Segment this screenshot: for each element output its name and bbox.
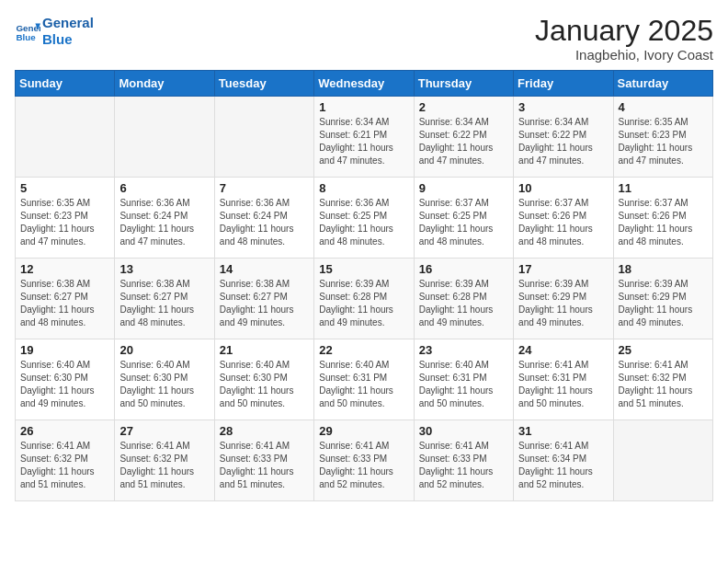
month-title: January 2025	[535, 15, 713, 47]
day-number: 25	[619, 343, 708, 357]
day-info: Sunrise: 6:36 AM Sunset: 6:24 PM Dayligh…	[119, 197, 209, 248]
day-number: 8	[319, 181, 408, 195]
day-number: 16	[419, 262, 508, 276]
day-number: 3	[518, 100, 608, 114]
day-info: Sunrise: 6:34 AM Sunset: 6:21 PM Dayligh…	[319, 116, 408, 167]
calendar-cell: 16Sunrise: 6:39 AM Sunset: 6:28 PM Dayli…	[414, 259, 513, 339]
day-number: 9	[419, 181, 508, 195]
calendar-cell: 25Sunrise: 6:41 AM Sunset: 6:32 PM Dayli…	[613, 339, 712, 420]
calendar-cell: 10Sunrise: 6:37 AM Sunset: 6:26 PM Dayli…	[514, 178, 613, 259]
calendar-cell: 23Sunrise: 6:40 AM Sunset: 6:31 PM Dayli…	[414, 339, 513, 420]
day-number: 14	[220, 262, 309, 276]
calendar-cell: 31Sunrise: 6:41 AM Sunset: 6:34 PM Dayli…	[514, 420, 613, 501]
calendar-cell: 1Sunrise: 6:34 AM Sunset: 6:21 PM Daylig…	[314, 97, 414, 178]
day-number: 18	[619, 262, 708, 276]
day-number: 2	[419, 100, 508, 114]
calendar-cell: 21Sunrise: 6:40 AM Sunset: 6:30 PM Dayli…	[214, 339, 313, 420]
weekday-header-sunday: Sunday	[16, 71, 115, 97]
day-info: Sunrise: 6:40 AM Sunset: 6:31 PM Dayligh…	[419, 359, 508, 410]
day-number: 11	[619, 181, 708, 195]
weekday-header-wednesday: Wednesday	[314, 71, 414, 97]
day-info: Sunrise: 6:34 AM Sunset: 6:22 PM Dayligh…	[518, 116, 608, 167]
calendar-cell	[214, 97, 313, 178]
calendar-cell: 22Sunrise: 6:40 AM Sunset: 6:31 PM Dayli…	[314, 339, 414, 420]
location-subtitle: Inagbehio, Ivory Coast	[535, 47, 713, 63]
weekday-header-monday: Monday	[115, 71, 214, 97]
title-block: January 2025 Inagbehio, Ivory Coast	[535, 15, 713, 63]
day-info: Sunrise: 6:41 AM Sunset: 6:33 PM Dayligh…	[319, 440, 408, 491]
day-number: 28	[220, 424, 309, 438]
day-number: 26	[20, 424, 109, 438]
day-number: 29	[319, 424, 408, 438]
weekday-header-row: SundayMondayTuesdayWednesdayThursdayFrid…	[16, 71, 713, 97]
calendar-table: SundayMondayTuesdayWednesdayThursdayFrid…	[15, 70, 713, 501]
calendar-cell: 27Sunrise: 6:41 AM Sunset: 6:32 PM Dayli…	[115, 420, 214, 501]
calendar-cell: 3Sunrise: 6:34 AM Sunset: 6:22 PM Daylig…	[514, 97, 613, 178]
calendar-cell: 13Sunrise: 6:38 AM Sunset: 6:27 PM Dayli…	[115, 259, 214, 339]
logo-line2: Blue	[42, 31, 94, 48]
calendar-cell: 29Sunrise: 6:41 AM Sunset: 6:33 PM Dayli…	[314, 420, 414, 501]
day-number: 17	[518, 262, 608, 276]
day-number: 15	[319, 262, 408, 276]
day-info: Sunrise: 6:34 AM Sunset: 6:22 PM Dayligh…	[419, 116, 508, 167]
calendar-cell: 8Sunrise: 6:36 AM Sunset: 6:25 PM Daylig…	[314, 178, 414, 259]
day-number: 23	[419, 343, 508, 357]
calendar-cell: 28Sunrise: 6:41 AM Sunset: 6:33 PM Dayli…	[214, 420, 313, 501]
weekday-header-saturday: Saturday	[613, 71, 712, 97]
calendar-cell: 19Sunrise: 6:40 AM Sunset: 6:30 PM Dayli…	[16, 339, 115, 420]
calendar-cell: 7Sunrise: 6:36 AM Sunset: 6:24 PM Daylig…	[214, 178, 313, 259]
day-number: 24	[518, 343, 608, 357]
day-info: Sunrise: 6:39 AM Sunset: 6:29 PM Dayligh…	[518, 278, 608, 329]
weekday-header-tuesday: Tuesday	[214, 71, 313, 97]
calendar-cell: 2Sunrise: 6:34 AM Sunset: 6:22 PM Daylig…	[414, 97, 513, 178]
weekday-header-thursday: Thursday	[414, 71, 513, 97]
day-number: 4	[619, 100, 708, 114]
calendar-week-row: 19Sunrise: 6:40 AM Sunset: 6:30 PM Dayli…	[16, 339, 713, 420]
logo-line1: General	[42, 15, 94, 31]
day-info: Sunrise: 6:40 AM Sunset: 6:30 PM Dayligh…	[20, 359, 109, 410]
day-info: Sunrise: 6:36 AM Sunset: 6:24 PM Dayligh…	[220, 197, 309, 248]
day-info: Sunrise: 6:35 AM Sunset: 6:23 PM Dayligh…	[20, 197, 109, 248]
calendar-week-row: 1Sunrise: 6:34 AM Sunset: 6:21 PM Daylig…	[16, 97, 713, 178]
calendar-cell: 15Sunrise: 6:39 AM Sunset: 6:28 PM Dayli…	[314, 259, 414, 339]
calendar-week-row: 26Sunrise: 6:41 AM Sunset: 6:32 PM Dayli…	[16, 420, 713, 501]
day-number: 31	[518, 424, 608, 438]
calendar-cell: 14Sunrise: 6:38 AM Sunset: 6:27 PM Dayli…	[214, 259, 313, 339]
day-number: 22	[319, 343, 408, 357]
day-info: Sunrise: 6:38 AM Sunset: 6:27 PM Dayligh…	[20, 278, 109, 329]
day-info: Sunrise: 6:39 AM Sunset: 6:29 PM Dayligh…	[619, 278, 708, 329]
day-info: Sunrise: 6:35 AM Sunset: 6:23 PM Dayligh…	[619, 116, 708, 167]
calendar-cell	[115, 97, 214, 178]
weekday-header-friday: Friday	[514, 71, 613, 97]
day-info: Sunrise: 6:41 AM Sunset: 6:34 PM Dayligh…	[518, 440, 608, 491]
calendar-week-row: 12Sunrise: 6:38 AM Sunset: 6:27 PM Dayli…	[16, 259, 713, 339]
calendar-cell: 6Sunrise: 6:36 AM Sunset: 6:24 PM Daylig…	[115, 178, 214, 259]
day-number: 7	[220, 181, 309, 195]
day-info: Sunrise: 6:41 AM Sunset: 6:32 PM Dayligh…	[619, 359, 708, 410]
day-number: 27	[119, 424, 209, 438]
day-info: Sunrise: 6:40 AM Sunset: 6:30 PM Dayligh…	[220, 359, 309, 410]
calendar-cell: 5Sunrise: 6:35 AM Sunset: 6:23 PM Daylig…	[16, 178, 115, 259]
day-info: Sunrise: 6:41 AM Sunset: 6:33 PM Dayligh…	[419, 440, 508, 491]
calendar-cell: 26Sunrise: 6:41 AM Sunset: 6:32 PM Dayli…	[16, 420, 115, 501]
logo: General Blue General Blue	[15, 15, 94, 48]
day-number: 21	[220, 343, 309, 357]
day-info: Sunrise: 6:38 AM Sunset: 6:27 PM Dayligh…	[119, 278, 209, 329]
calendar-cell: 4Sunrise: 6:35 AM Sunset: 6:23 PM Daylig…	[613, 97, 712, 178]
day-info: Sunrise: 6:41 AM Sunset: 6:33 PM Dayligh…	[220, 440, 309, 491]
calendar-cell	[16, 97, 115, 178]
day-info: Sunrise: 6:41 AM Sunset: 6:32 PM Dayligh…	[20, 440, 109, 491]
calendar-cell: 17Sunrise: 6:39 AM Sunset: 6:29 PM Dayli…	[514, 259, 613, 339]
calendar-cell	[613, 420, 712, 501]
logo-icon: General Blue	[15, 18, 40, 44]
day-number: 20	[119, 343, 209, 357]
day-info: Sunrise: 6:40 AM Sunset: 6:31 PM Dayligh…	[319, 359, 408, 410]
day-info: Sunrise: 6:39 AM Sunset: 6:28 PM Dayligh…	[419, 278, 508, 329]
calendar-cell: 12Sunrise: 6:38 AM Sunset: 6:27 PM Dayli…	[16, 259, 115, 339]
day-info: Sunrise: 6:37 AM Sunset: 6:25 PM Dayligh…	[419, 197, 508, 248]
day-number: 10	[518, 181, 608, 195]
day-info: Sunrise: 6:38 AM Sunset: 6:27 PM Dayligh…	[220, 278, 309, 329]
calendar-week-row: 5Sunrise: 6:35 AM Sunset: 6:23 PM Daylig…	[16, 178, 713, 259]
day-info: Sunrise: 6:39 AM Sunset: 6:28 PM Dayligh…	[319, 278, 408, 329]
calendar-cell: 30Sunrise: 6:41 AM Sunset: 6:33 PM Dayli…	[414, 420, 513, 501]
